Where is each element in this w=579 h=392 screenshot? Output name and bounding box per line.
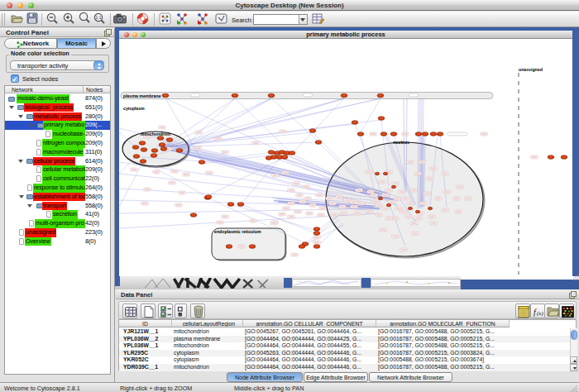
- svg-text:mitochondrion: mitochondrion: [141, 131, 170, 136]
- svg-text:cytoplasm: cytoplasm: [123, 106, 145, 111]
- svg-text:plasma membrane: plasma membrane: [123, 93, 161, 98]
- svg-text:nucleus: nucleus: [393, 140, 409, 145]
- svg-text:(x): (x): [537, 309, 543, 316]
- svg-text:unassigned: unassigned: [519, 67, 543, 72]
- svg-text:endoplasmic reticulum: endoplasmic reticulum: [214, 229, 261, 234]
- svg-text:1:1: 1:1: [96, 15, 102, 20]
